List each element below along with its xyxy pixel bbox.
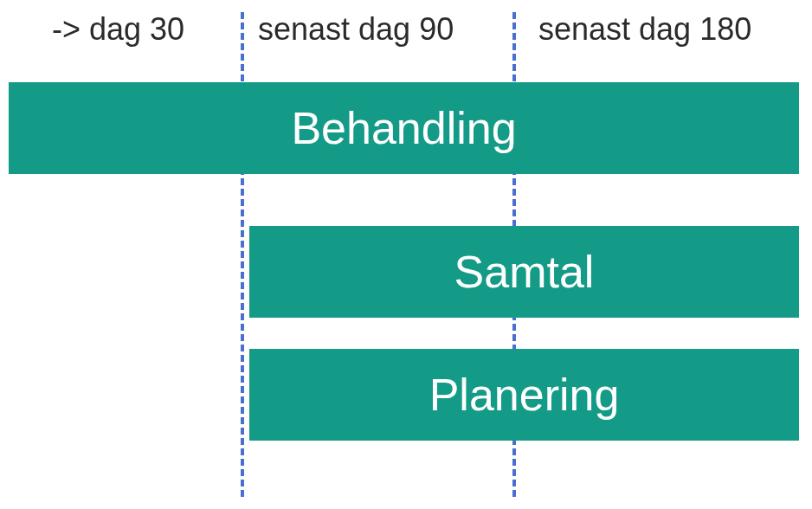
bar-planering: Planering: [249, 349, 799, 441]
bar-samtal-label: Samtal: [454, 249, 595, 294]
bar-planering-label: Planering: [429, 372, 620, 417]
bar-behandling: Behandling: [9, 82, 799, 174]
timeline-diagram: -> dag 30 senast dag 90 senast dag 180 B…: [0, 0, 812, 509]
milestone-label-day30: -> dag 30: [52, 12, 184, 47]
bar-samtal: Samtal: [249, 226, 799, 318]
milestone-label-day90: senast dag 90: [258, 12, 454, 47]
bar-behandling-label: Behandling: [291, 106, 516, 151]
milestone-label-day180: senast dag 180: [538, 12, 751, 47]
